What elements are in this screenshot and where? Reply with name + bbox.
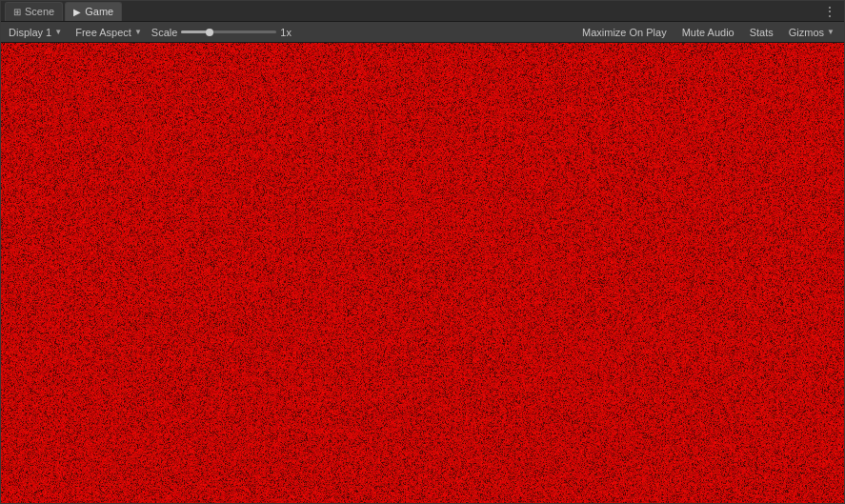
stats-button[interactable]: Stats: [744, 26, 779, 39]
scale-container: Scale 1x: [151, 27, 296, 38]
mute-label: Mute Audio: [682, 27, 734, 38]
game-tab-icon: ▶: [73, 7, 81, 17]
aspect-label: Free Aspect: [75, 27, 131, 38]
scale-slider-thumb: [206, 29, 213, 36]
tab-game[interactable]: ▶ Game: [65, 2, 122, 21]
maximize-on-play-button[interactable]: Maximize On Play: [576, 26, 673, 39]
display-label: Display 1: [9, 27, 51, 38]
game-viewport: [1, 43, 844, 503]
scale-label: Scale: [151, 27, 178, 38]
stats-label: Stats: [750, 27, 774, 38]
maximize-label: Maximize On Play: [582, 27, 667, 38]
display-dropdown-arrow: ▼: [54, 28, 62, 36]
tab-bar: ⊞ Scene ▶ Game ⋮: [1, 1, 844, 22]
gizmos-dropdown-arrow: ▼: [827, 28, 835, 36]
game-toolbar: Display 1 ▼ Free Aspect ▼ Scale 1x Maxim…: [1, 22, 844, 43]
scale-slider[interactable]: [181, 30, 276, 33]
scale-value: 1x: [280, 27, 295, 38]
display-dropdown[interactable]: Display 1 ▼: [5, 26, 66, 39]
gizmos-dropdown[interactable]: Gizmos ▼: [783, 26, 840, 39]
scene-tab-label: Scene: [25, 6, 54, 17]
scene-tab-icon: ⊞: [13, 7, 21, 17]
aspect-dropdown-arrow: ▼: [134, 28, 142, 36]
unity-editor-window: ⊞ Scene ▶ Game ⋮ Display 1 ▼ Free Aspect…: [0, 0, 845, 504]
aspect-dropdown[interactable]: Free Aspect ▼: [71, 26, 146, 39]
game-canvas: [1, 43, 844, 503]
gizmos-label: Gizmos: [789, 27, 824, 38]
game-tab-label: Game: [85, 6, 113, 17]
toolbar-right: Maximize On Play Mute Audio Stats Gizmos…: [576, 26, 840, 39]
mute-audio-button[interactable]: Mute Audio: [676, 26, 740, 39]
more-options-button[interactable]: ⋮: [819, 3, 840, 20]
tab-scene[interactable]: ⊞ Scene: [5, 2, 63, 21]
